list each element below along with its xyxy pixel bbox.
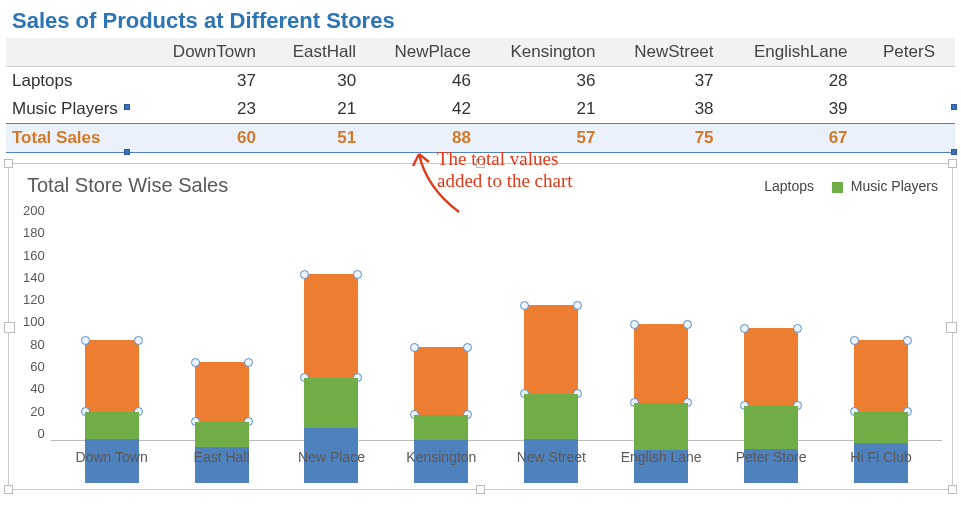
selection-handle-icon[interactable] — [951, 104, 957, 110]
cell[interactable]: 37 — [154, 67, 276, 96]
cell[interactable]: 21 — [491, 95, 615, 124]
resize-handle-icon[interactable] — [4, 159, 13, 168]
cell[interactable]: 37 — [615, 67, 733, 96]
data-point-handle-icon[interactable] — [244, 358, 253, 367]
data-point-handle-icon[interactable] — [410, 343, 419, 352]
x-tick-label: New Place — [277, 449, 387, 465]
y-tick-label: 40 — [23, 381, 45, 396]
bar-segment-music[interactable] — [524, 394, 578, 439]
bar-segment-total[interactable] — [195, 362, 249, 423]
cell[interactable]: 42 — [376, 95, 491, 124]
bar-segment-music[interactable] — [854, 412, 908, 443]
data-point-handle-icon[interactable] — [81, 336, 90, 345]
selection-handle-icon[interactable] — [951, 149, 957, 155]
bar-segment-total[interactable] — [304, 274, 358, 379]
y-tick-label: 60 — [23, 359, 45, 374]
table-header-row: DownTown EastHall NewPlace Kensington Ne… — [6, 38, 955, 67]
chart-legend[interactable]: Laptops Music Players — [764, 178, 938, 194]
y-tick-label: 200 — [23, 203, 45, 218]
data-table-wrap: DownTown EastHall NewPlace Kensington Ne… — [6, 38, 955, 153]
cell[interactable]: 38 — [615, 95, 733, 124]
cell[interactable]: 51 — [276, 124, 376, 153]
cell[interactable]: 88 — [376, 124, 491, 153]
resize-handle-icon[interactable] — [476, 485, 485, 494]
data-point-handle-icon[interactable] — [573, 301, 582, 310]
cell[interactable]: 36 — [491, 67, 615, 96]
chart-plot-area[interactable]: 200180160140120100806040200 Down TownEas… — [23, 203, 942, 483]
bar-segment-total[interactable] — [85, 340, 139, 411]
data-point-handle-icon[interactable] — [793, 324, 802, 333]
data-point-handle-icon[interactable] — [850, 336, 859, 345]
y-tick-label: 100 — [23, 314, 45, 329]
resize-handle-icon[interactable] — [948, 159, 957, 168]
table-row-selected[interactable]: Total Sales 60 51 88 57 75 67 — [6, 124, 955, 153]
bar-segment-music[interactable] — [414, 415, 468, 440]
data-table[interactable]: DownTown EastHall NewPlace Kensington Ne… — [6, 38, 955, 153]
cell[interactable]: 57 — [491, 124, 615, 153]
bar-segment-music[interactable] — [85, 412, 139, 439]
y-tick-label: 0 — [23, 426, 45, 441]
legend-swatch-icon — [832, 182, 843, 193]
cell[interactable]: 39 — [734, 95, 868, 124]
x-tick-label: English Lane — [606, 449, 716, 465]
data-point-handle-icon[interactable] — [740, 324, 749, 333]
col-header[interactable]: EastHall — [276, 38, 376, 67]
row-label[interactable]: Laptops — [6, 67, 154, 96]
row-label[interactable]: Music Players — [6, 95, 154, 124]
resize-handle-icon[interactable] — [948, 485, 957, 494]
bar-segment-total[interactable] — [524, 305, 578, 394]
col-header[interactable]: NewStreet — [615, 38, 733, 67]
selection-handle-icon[interactable] — [124, 104, 130, 110]
bar-segment-total[interactable] — [414, 347, 468, 415]
col-header[interactable]: NewPlace — [376, 38, 491, 67]
y-tick-label: 120 — [23, 292, 45, 307]
data-point-handle-icon[interactable] — [463, 343, 472, 352]
y-tick-label: 180 — [23, 225, 45, 240]
resize-handle-icon[interactable] — [4, 485, 13, 494]
col-header[interactable]: EnglishLane — [734, 38, 868, 67]
bar-segment-total[interactable] — [634, 324, 688, 404]
chart-x-axis: Down TownEast HallNew PlaceKensingtonNew… — [51, 443, 942, 465]
cell[interactable]: 30 — [276, 67, 376, 96]
col-header[interactable]: PeterS — [868, 38, 955, 67]
cell[interactable]: 75 — [615, 124, 733, 153]
data-point-handle-icon[interactable] — [630, 320, 639, 329]
resize-handle-icon[interactable] — [476, 159, 485, 168]
legend-item-label: Music Players — [851, 178, 938, 194]
bar-segment-total[interactable] — [854, 340, 908, 411]
cell[interactable] — [868, 67, 955, 96]
data-point-handle-icon[interactable] — [903, 336, 912, 345]
chart-object[interactable]: Total Store Wise Sales Laptops Music Pla… — [8, 163, 953, 490]
y-tick-label: 20 — [23, 404, 45, 419]
chart-y-axis: 200180160140120100806040200 — [23, 203, 51, 463]
data-point-handle-icon[interactable] — [353, 270, 362, 279]
cell[interactable]: 21 — [276, 95, 376, 124]
selection-handle-icon[interactable] — [124, 149, 130, 155]
cell[interactable]: 67 — [734, 124, 868, 153]
data-point-handle-icon[interactable] — [300, 270, 309, 279]
x-tick-label: Kensington — [386, 449, 496, 465]
data-point-handle-icon[interactable] — [191, 358, 200, 367]
x-tick-label: Down Town — [57, 449, 167, 465]
x-tick-label: New Street — [496, 449, 606, 465]
cell[interactable] — [868, 124, 955, 153]
table-row: Music Players 23 21 42 21 38 39 — [6, 95, 955, 124]
y-tick-label: 140 — [23, 270, 45, 285]
bar-segment-total[interactable] — [744, 328, 798, 405]
x-tick-label: East Hall — [167, 449, 277, 465]
col-header[interactable]: Kensington — [491, 38, 615, 67]
col-header[interactable]: DownTown — [154, 38, 276, 67]
data-point-handle-icon[interactable] — [520, 301, 529, 310]
y-tick-label: 80 — [23, 337, 45, 352]
cell[interactable]: 23 — [154, 95, 276, 124]
data-point-handle-icon[interactable] — [134, 336, 143, 345]
cell[interactable]: 28 — [734, 67, 868, 96]
cell[interactable] — [868, 95, 955, 124]
cell[interactable]: 60 — [154, 124, 276, 153]
bar-segment-music[interactable] — [304, 378, 358, 428]
row-label[interactable]: Total Sales — [6, 124, 154, 153]
table-row: Laptops 37 30 46 36 37 28 — [6, 67, 955, 96]
cell[interactable]: 46 — [376, 67, 491, 96]
x-tick-label: Peter Store — [716, 449, 826, 465]
data-point-handle-icon[interactable] — [683, 320, 692, 329]
